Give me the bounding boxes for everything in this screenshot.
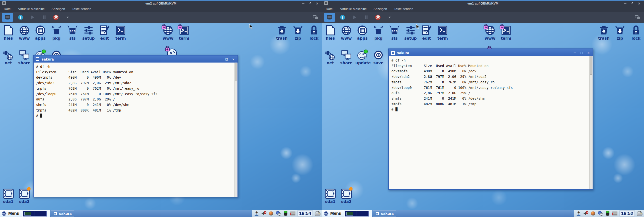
terminal-window[interactable]: sakura ─ □ ✕ # df -h Filesystem Size Use… <box>388 48 593 190</box>
task-button-sakura[interactable]: sakura <box>373 210 396 216</box>
pager-desktop-1[interactable] <box>345 211 357 216</box>
terminal-scrollbar-thumb[interactable] <box>590 57 592 75</box>
tray-network-monitor-icon[interactable] <box>598 211 603 216</box>
fullscreen-button[interactable] <box>311 13 319 21</box>
tray-network-monitor-icon[interactable] <box>276 211 281 216</box>
desktop-icon-setup-setup[interactable]: setup <box>404 25 418 41</box>
desktop-icon-drive-sda1[interactable]: sda1 <box>323 188 337 204</box>
run-button[interactable] <box>350 13 358 21</box>
tray-printer-icon[interactable] <box>314 210 321 217</box>
pause-button[interactable] <box>40 13 48 21</box>
menu-item-virtuelle-maschine[interactable]: Virtuelle Maschine <box>18 7 45 11</box>
menu-item-taste-senden[interactable]: Taste senden <box>72 7 91 11</box>
desktop-icon-zip-zip[interactable]: zip <box>291 25 305 41</box>
terminal-body[interactable]: # df -h Filesystem Size Used Avail Use% … <box>34 63 237 197</box>
shutdown-menu-caret-icon[interactable] <box>386 13 394 21</box>
tray-volume-muted-icon[interactable] <box>261 211 267 216</box>
desktop-icon-lock-lock[interactable]: lock <box>629 25 643 41</box>
desktop-icon-share-share[interactable]: share <box>339 49 353 65</box>
terminal-scrollbar[interactable] <box>234 63 237 197</box>
desktop-icon-www-www[interactable]: www <box>161 25 175 41</box>
desktop-icon-edit-edit[interactable]: edit <box>98 25 112 41</box>
tray-user-icon[interactable] <box>254 211 259 216</box>
close-icon[interactable]: × <box>638 2 640 5</box>
terminal-minimize-icon[interactable]: ─ <box>574 51 576 55</box>
pager-desktop-2[interactable] <box>357 211 369 216</box>
desktop-icon-zip-zip[interactable]: zip <box>613 25 627 41</box>
desktop-icon-www-www[interactable]: www <box>339 25 353 41</box>
vm-information-button[interactable] <box>339 13 347 21</box>
desktop-icon-term-term[interactable]: term <box>436 25 450 41</box>
terminal-maximize-icon[interactable]: □ <box>225 57 227 61</box>
desktop-icon-trash-trash[interactable]: trash <box>597 25 611 41</box>
menu-item-datei[interactable]: Datei <box>4 7 11 11</box>
menu-item-virtuelle-maschine[interactable]: Virtuelle Maschine <box>340 7 367 11</box>
desktop-icon-pkg-pkg[interactable]: pkg <box>49 25 63 41</box>
desktop-icon-sfs-sfs[interactable]: sfs <box>387 25 401 41</box>
fullscreen-button[interactable] <box>633 13 641 21</box>
menu-item-anzeigen[interactable]: Anzeigen <box>51 7 65 11</box>
pause-button[interactable] <box>362 13 370 21</box>
terminal-maximize-icon[interactable]: □ <box>581 51 583 55</box>
terminal-close-icon[interactable]: ✕ <box>588 51 590 55</box>
minimize-icon[interactable] <box>624 3 626 4</box>
tray-partition-usage-icon[interactable] <box>290 211 296 216</box>
pager-desktop-2[interactable] <box>35 211 47 216</box>
menu-item-datei[interactable]: Datei <box>326 7 333 11</box>
graphical-console-button[interactable] <box>324 13 335 22</box>
terminal-scrollbar-thumb[interactable] <box>235 63 237 81</box>
menu-item-taste-senden[interactable]: Taste senden <box>394 7 413 11</box>
desktop-icon-net-net[interactable]: net <box>1 49 15 65</box>
tray-free-memory-icon[interactable] <box>605 211 610 216</box>
menu-button[interactable]: Menu <box>0 210 22 217</box>
terminal-scrollbar[interactable] <box>589 56 593 189</box>
desktop-icon-apps-apps[interactable]: apps <box>355 25 369 41</box>
tray-volume-muted-icon[interactable] <box>583 211 589 216</box>
terminal-close-icon[interactable]: ✕ <box>232 57 234 61</box>
terminal-titlebar[interactable]: sakura ─ □ ✕ <box>389 49 593 56</box>
guest-desktop[interactable]: fileswwwappspkgsfssetupeditterm wwwterm … <box>0 23 322 217</box>
desktop-icon-pkg-pkg[interactable]: pkg <box>371 25 385 41</box>
tray-printer-icon[interactable] <box>636 210 643 217</box>
graphical-console-button[interactable] <box>2 13 13 22</box>
terminal-output[interactable]: # df -h Filesystem Size Used Avail Use% … <box>34 63 237 120</box>
tray-free-memory-icon[interactable] <box>283 211 288 216</box>
desktop-icon-files-files[interactable]: files <box>1 25 15 41</box>
desktop-icon-save-save[interactable]: save <box>371 49 385 65</box>
desktop-icon-setup-setup[interactable]: setup <box>82 25 96 41</box>
run-button[interactable] <box>28 13 36 21</box>
minimize-icon[interactable] <box>302 3 304 4</box>
desktop-icon-term-term[interactable]: term <box>114 25 128 41</box>
menu-button[interactable]: Menu <box>322 210 344 217</box>
shutdown-button[interactable] <box>374 13 382 21</box>
desktop-icon-lock-lock[interactable]: lock <box>307 25 321 41</box>
tray-partition-usage-icon[interactable] <box>612 211 618 216</box>
tray-theme-ball-icon[interactable] <box>590 211 596 216</box>
tray-user-icon[interactable] <box>576 211 581 216</box>
terminal-titlebar[interactable]: sakura ─ □ ✕ <box>34 56 237 63</box>
terminal-minimize-icon[interactable]: ─ <box>219 57 221 61</box>
desktop-icon-www-www[interactable]: www <box>17 25 31 41</box>
desktop-icon-drive-sda2[interactable]: sda2 <box>17 188 31 204</box>
desktop-icon-apps-apps[interactable]: apps <box>33 25 47 41</box>
vm-information-button[interactable] <box>17 13 25 21</box>
desktop-icon-drive-sda2[interactable]: sda2 <box>339 188 353 204</box>
maximize-icon[interactable] <box>631 2 634 5</box>
desktop-icon-update-update[interactable]: update <box>355 49 369 65</box>
maximize-icon[interactable] <box>309 2 312 5</box>
close-icon[interactable]: × <box>316 2 318 5</box>
guest-desktop[interactable]: fileswwwappspkgsfssetupeditterm wwwterm … <box>322 23 644 217</box>
desktop-icon-edit-edit[interactable]: edit <box>420 25 434 41</box>
menu-item-anzeigen[interactable]: Anzeigen <box>373 7 387 11</box>
desktop-icon-share-share[interactable]: share <box>17 49 31 65</box>
desktop-icon-trash-trash[interactable]: trash <box>275 25 289 41</box>
desktop-icon-net-net[interactable]: net <box>323 49 337 65</box>
window-titlebar[interactable]: vm2 auf QEMU/KVM × <box>0 1 322 6</box>
terminal-body[interactable]: # df -h Filesystem Size Used Avail Use% … <box>389 56 593 189</box>
task-button-sakura[interactable]: sakura <box>51 210 74 216</box>
desktop-icon-sfs-sfs[interactable]: sfs <box>65 25 79 41</box>
window-titlebar[interactable]: vm1 auf QEMU/KVM × <box>322 1 644 6</box>
desktop-icon-www-www[interactable]: www <box>483 25 497 41</box>
pager-desktop-1[interactable] <box>23 211 35 216</box>
desktop-icon-drive-sda1[interactable]: sda1 <box>1 188 15 204</box>
